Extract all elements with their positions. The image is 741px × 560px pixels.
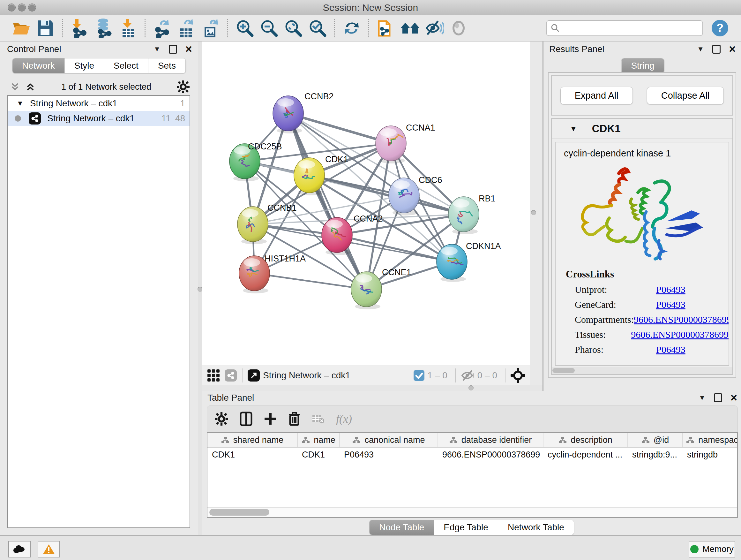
node-table[interactable]: shared namenamecanonical namedatabase id… [207, 432, 738, 518]
section-collapse-icon[interactable]: ▼ [569, 124, 577, 133]
panel-collapse-icon[interactable]: ▼ [153, 45, 160, 53]
warnings-button[interactable] [38, 541, 60, 557]
add-column-icon[interactable] [264, 413, 277, 425]
panel-close-icon[interactable]: × [185, 46, 192, 52]
table-settings-gear-icon[interactable] [215, 412, 228, 426]
function-builder-button[interactable]: f(x) [336, 412, 352, 426]
detach-view-icon[interactable] [248, 369, 260, 381]
zoom-selected-button[interactable] [308, 18, 327, 38]
crosslink-link[interactable]: 9606.ENSP00000378699 [631, 329, 729, 340]
tab-style[interactable]: Style [65, 58, 104, 73]
zoom-fit-button[interactable] [283, 18, 303, 38]
panel-float-icon[interactable] [169, 45, 177, 54]
search-input[interactable] [560, 23, 698, 33]
crosslink-link[interactable]: P06493 [656, 299, 685, 310]
show-hidden-button[interactable] [449, 18, 468, 38]
node-rb1[interactable]: RB1 [448, 194, 495, 234]
crosslink-link[interactable]: P06493 [656, 344, 685, 355]
zoom-out-button[interactable] [259, 18, 279, 38]
network-collection-row[interactable]: ▼ String Network – cdk1 1 [8, 96, 190, 111]
tab-network-table[interactable]: Network Table [498, 520, 574, 535]
results-hscrollbar[interactable] [552, 367, 732, 374]
memory-button[interactable]: Memory [689, 541, 735, 557]
tab-network[interactable]: Network [12, 58, 65, 73]
node-ccnb1[interactable]: CCNB1 [238, 203, 297, 244]
scrollbar-thumb[interactable] [209, 509, 269, 516]
expand-all-icon[interactable] [25, 82, 36, 92]
gear-icon[interactable] [177, 80, 190, 93]
export-table-button[interactable] [177, 18, 196, 38]
results-tab-string[interactable]: String [621, 58, 664, 73]
crosslink-link[interactable]: P06493 [656, 284, 685, 295]
save-session-button[interactable] [36, 18, 55, 38]
refresh-layout-button[interactable] [342, 18, 361, 38]
panel-float-icon[interactable] [714, 393, 722, 402]
birdseye-crosshair-icon[interactable] [511, 368, 525, 383]
table-cell[interactable]: stringdb [683, 447, 738, 462]
panel-close-icon[interactable]: × [729, 46, 736, 52]
cloud-status-button[interactable] [8, 541, 30, 557]
gene-section-header[interactable]: ▼ CDK1 [552, 119, 732, 139]
help-button[interactable]: ? [710, 18, 730, 38]
network-graph[interactable]: CCNB2CCNA1CDC25BCDK1CDC6RB1CCNB1CCNA2CDK… [202, 42, 530, 366]
collapse-all-button[interactable]: Collapse All [647, 87, 724, 105]
splitter-handle[interactable] [468, 385, 474, 390]
splitter-handle[interactable] [531, 210, 536, 215]
tab-node-table[interactable]: Node Table [369, 520, 434, 535]
column-header-@id[interactable]: @id [628, 433, 683, 447]
crosslink-link[interactable]: 9606.ENSP00000378699 [634, 314, 729, 325]
tab-select[interactable]: Select [104, 58, 148, 73]
grid-mode-icon[interactable] [207, 369, 220, 382]
table-row[interactable]: CDK1CDK1P064939606.ENSP00000378699cyclin… [207, 447, 738, 462]
zoom-in-button[interactable] [235, 18, 255, 38]
open-session-button[interactable] [11, 18, 31, 38]
export-image-button[interactable] [201, 18, 220, 38]
column-header-namespace[interactable]: namespace [683, 433, 738, 447]
node-cdc6[interactable]: CDC6 [389, 175, 442, 215]
edge-ccnb2-ccna1[interactable] [288, 113, 391, 143]
table-cell[interactable]: P06493 [340, 447, 438, 462]
selected-checkbox-icon[interactable] [413, 370, 425, 381]
import-network-button[interactable] [70, 18, 89, 38]
network-canvas[interactable]: CCNB2CCNA1CDC25BCDK1CDC6RB1CCNB1CCNA2CDK… [202, 42, 530, 366]
network-row-selected[interactable]: String Network – cdk1 11 48 [8, 111, 190, 126]
panel-collapse-icon[interactable]: ▼ [697, 45, 704, 53]
share-document-button[interactable] [376, 18, 396, 38]
table-cell[interactable]: CDK1 [207, 447, 297, 462]
node-cdkn1a[interactable]: CDKN1A [436, 241, 501, 282]
table-cell[interactable]: stringdb:9... [628, 447, 683, 462]
string-view-icon[interactable] [225, 369, 237, 381]
column-header-description[interactable]: description [543, 433, 628, 447]
tree-expand-icon[interactable]: ▼ [17, 99, 23, 108]
column-header-canonical-name[interactable]: canonical name [340, 433, 438, 447]
node-hist1h1a[interactable]: HIST1H1A [239, 254, 306, 294]
expand-all-button[interactable]: Expand All [560, 87, 633, 105]
splitter-handle[interactable] [198, 287, 203, 292]
panel-float-icon[interactable] [712, 45, 721, 54]
tab-edge-table[interactable]: Edge Table [434, 520, 498, 535]
table-cell[interactable]: CDK1 [297, 447, 340, 462]
show-columns-icon[interactable] [240, 412, 253, 426]
table-cell[interactable]: cyclin-dependent ... [543, 447, 628, 462]
delete-table-icon[interactable] [312, 414, 325, 424]
table-hscrollbar[interactable] [207, 507, 737, 517]
delete-column-icon[interactable] [288, 412, 300, 426]
collapse-all-icon[interactable] [10, 82, 20, 92]
node-ccne1[interactable]: CCNE1 [351, 267, 411, 309]
table-cell[interactable]: 9606.ENSP00000378699 [438, 447, 543, 462]
export-network-button[interactable] [152, 18, 172, 38]
node-cdc25b[interactable]: CDC25B [229, 142, 282, 181]
import-network-from-database-button[interactable] [94, 18, 114, 38]
panel-close-icon[interactable]: × [731, 395, 737, 401]
tab-sets[interactable]: Sets [148, 58, 185, 73]
import-table-button[interactable] [118, 18, 138, 38]
toolbar-search[interactable] [546, 20, 703, 36]
column-header-shared-name[interactable]: shared name [207, 433, 297, 447]
home-button[interactable] [400, 18, 420, 38]
hide-selection-button[interactable] [424, 18, 444, 38]
column-header-name[interactable]: name [297, 433, 340, 447]
edge-hist1h1a-ccne1[interactable] [254, 273, 366, 289]
column-header-database-identifier[interactable]: database identifier [438, 433, 543, 447]
panel-collapse-icon[interactable]: ▼ [698, 394, 705, 402]
hidden-eye-icon[interactable] [461, 370, 475, 381]
